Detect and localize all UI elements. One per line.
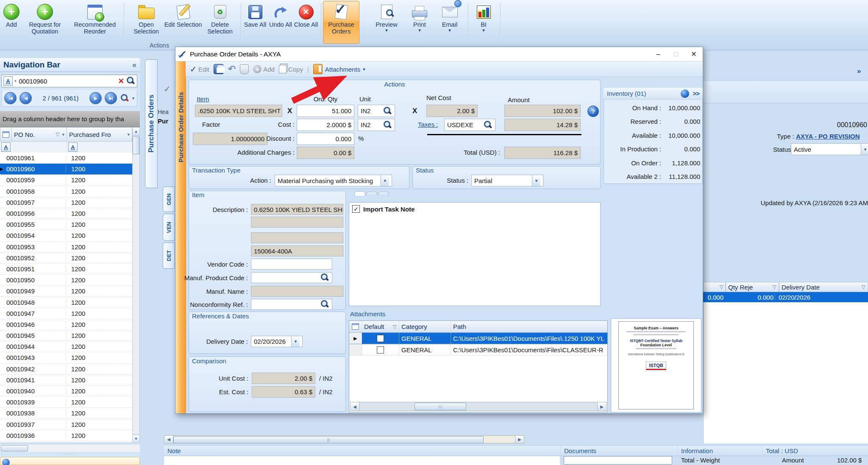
purchase-orders-button[interactable]: ✓ Purchase Orders <box>323 1 359 44</box>
print-dropdown-caret[interactable]: ▾ <box>418 28 421 32</box>
po-filter-type-button[interactable]: A <box>1 142 11 152</box>
clear-search-icon[interactable]: ✕ <box>118 77 124 86</box>
dialog-save-icon[interactable] <box>214 64 224 74</box>
nav-vscroll-thumb[interactable] <box>133 136 139 154</box>
tab-ven[interactable]: VEN <box>163 214 175 241</box>
advanced-search-icon[interactable] <box>120 94 129 103</box>
po-list-row[interactable]: 00010948 1200 <box>0 297 132 308</box>
save-all-button[interactable]: Save All <box>242 1 268 43</box>
default-checkbox[interactable] <box>377 346 384 354</box>
attachment-row[interactable]: ▶ GENERAL C:\Users\3PIKBes01\Documents\F… <box>349 333 607 344</box>
po-list-row[interactable]: 00010936 1200 <box>0 430 132 441</box>
refresh-icon[interactable] <box>681 89 689 98</box>
nonconformity-field[interactable] <box>251 299 332 310</box>
qty-rejected-column-header[interactable]: Qty Reje▽ <box>726 282 779 292</box>
attachment-selector-header[interactable] <box>349 321 362 332</box>
delivery-date-field[interactable]: 02/20/2026 ▾ <box>251 336 303 347</box>
po-list-row[interactable]: 00010944 1200 <box>0 341 132 352</box>
delete-selection-button[interactable]: ♻ Delete Selection <box>200 1 239 43</box>
nav-vertical-scrollbar[interactable]: ▲ ▼ <box>132 127 140 443</box>
tab-purchase-orders[interactable]: Purchase Orders <box>145 59 158 188</box>
unit-lookup-icon[interactable] <box>383 106 392 116</box>
close-all-button[interactable]: ✕ Close All <box>293 1 319 43</box>
bi-button[interactable]: BI ▾ <box>470 1 498 43</box>
manuf-product-code-field[interactable] <box>251 272 332 283</box>
po-list-row[interactable]: 00010955 1200 <box>0 219 132 230</box>
dialog-add-button[interactable]: + Add <box>253 65 275 73</box>
group-by-hint-bar[interactable]: Drag a column header here to group by th… <box>0 111 140 127</box>
po-list-row[interactable]: 00010961 1200 <box>0 153 132 164</box>
note-text-area[interactable] <box>349 202 601 306</box>
hscroll-right-icon[interactable]: ▶ <box>515 436 524 443</box>
unit-field[interactable]: IN2 <box>358 105 395 117</box>
close-button[interactable]: ✕ <box>685 49 703 60</box>
email-button[interactable]: Email ▾ <box>433 1 466 43</box>
preview-dropdown-caret[interactable]: ▾ <box>385 28 388 32</box>
attachment-row[interactable]: GENERAL C:\Users\3PIKBes01\Documents\Fil… <box>349 344 607 356</box>
cost-unit-lookup-icon[interactable] <box>383 120 392 130</box>
import-task-note-checkbox[interactable]: ✓ <box>352 205 360 213</box>
po-list-row[interactable]: 00010943 1200 <box>0 352 132 363</box>
dialog-copy-button[interactable]: Copy <box>279 65 303 73</box>
dialog-title-bar[interactable]: Purchase Order Details - AXYA – □ ✕ <box>175 47 703 61</box>
ord-qty-field[interactable]: 51.000 <box>297 105 354 117</box>
po-list-row[interactable]: 00010951 1200 <box>0 264 132 275</box>
search-selector-caret[interactable]: ▾ <box>14 79 17 83</box>
discount-field[interactable]: 0.000 <box>297 133 354 145</box>
cost-field[interactable]: 2.0000 $ <box>297 119 354 131</box>
edit-selection-button[interactable]: Edit Selection <box>164 1 203 43</box>
last-record-button[interactable]: ▶| <box>105 92 117 104</box>
search-field-selector-icon[interactable]: A <box>3 76 13 86</box>
scroll-up-icon[interactable]: ▲ <box>133 128 139 136</box>
action-dropdown[interactable]: Material Purchasing with Stocking ▾ <box>275 175 392 187</box>
hscroll-left-icon[interactable]: ◀ <box>164 436 173 443</box>
expand-chevron[interactable]: » <box>857 67 861 75</box>
nonconf-lookup-icon[interactable] <box>320 300 329 309</box>
po-line-selected-row[interactable]: 0.000 0.000 02/20/2026 <box>703 292 868 302</box>
default-checkbox[interactable] <box>377 335 384 342</box>
note-tab[interactable] <box>378 192 389 195</box>
first-record-button[interactable]: |◀ <box>4 92 17 104</box>
recommended-reorder-button[interactable]: + Recommended Reorder <box>68 1 122 43</box>
cost-unit-field[interactable]: IN2 <box>358 119 395 131</box>
po-list-row[interactable]: 00010937 1200 <box>0 419 132 430</box>
vendor-filter-type-button[interactable]: A <box>68 142 78 152</box>
po-list-row[interactable]: 00010950 1200 <box>0 275 132 286</box>
dialog-delete-icon[interactable] <box>240 64 249 74</box>
po-list-row[interactable]: 00010952 1200 <box>0 253 132 264</box>
tab-det[interactable]: DET <box>163 242 175 269</box>
scroll-down-icon[interactable]: ▼ <box>133 434 139 443</box>
po-list-row[interactable]: 00010956 1200 <box>0 208 132 219</box>
po-list-row[interactable]: 00010942 1200 <box>0 364 132 375</box>
next-record-button[interactable]: ▶ <box>89 92 102 104</box>
taxes-lookup-icon[interactable] <box>483 120 492 130</box>
po-list-row[interactable]: 00010941 1200 <box>0 375 132 386</box>
item-link[interactable]: Item <box>197 95 209 103</box>
po-no-column-header[interactable]: PO No. ▽ ▾ <box>12 127 67 142</box>
vendor-sort-caret[interactable]: ▾ <box>127 132 130 137</box>
minimize-button[interactable]: – <box>649 49 667 60</box>
po-list-row[interactable]: ▶ 00010960 1200 <box>0 164 132 175</box>
taxes-link[interactable]: Taxes : <box>418 121 438 128</box>
po-list-row[interactable]: 00010945 1200 <box>0 330 132 341</box>
attachments-hscrollbar[interactable]: ◀ ||| ▶ <box>350 402 606 411</box>
po-list-row[interactable]: 00010954 1200 <box>0 230 132 241</box>
search-icon[interactable] <box>126 76 135 86</box>
po-sort-caret[interactable]: ▾ <box>62 132 64 137</box>
preview-button[interactable]: Preview ▾ <box>367 1 406 43</box>
po-list-row[interactable]: 00010947 1200 <box>0 308 132 319</box>
po-list-row[interactable]: 00010958 1200 <box>0 186 132 197</box>
note-section-body[interactable] <box>164 456 560 465</box>
collapse-nav-button[interactable]: « <box>132 61 136 70</box>
tab-gen[interactable]: GEN <box>163 187 175 212</box>
po-list-row[interactable]: 00010957 1200 <box>0 197 132 208</box>
main-status-dropdown[interactable]: Active ▾ <box>791 143 868 155</box>
po-list-row[interactable]: 00010939 1200 <box>0 397 132 408</box>
category-column-header[interactable]: Category <box>399 321 451 332</box>
panel-splitter-grip[interactable]: ······· <box>0 452 140 456</box>
vendor-code-field[interactable] <box>251 259 332 270</box>
tab-purchase-order-details[interactable]: Purchase Order Details <box>175 64 186 191</box>
nav-horizontal-scrollbar[interactable] <box>0 444 140 452</box>
po-list-row[interactable]: 00010940 1200 <box>0 386 132 397</box>
open-selection-button[interactable]: Open Selection <box>127 1 166 43</box>
